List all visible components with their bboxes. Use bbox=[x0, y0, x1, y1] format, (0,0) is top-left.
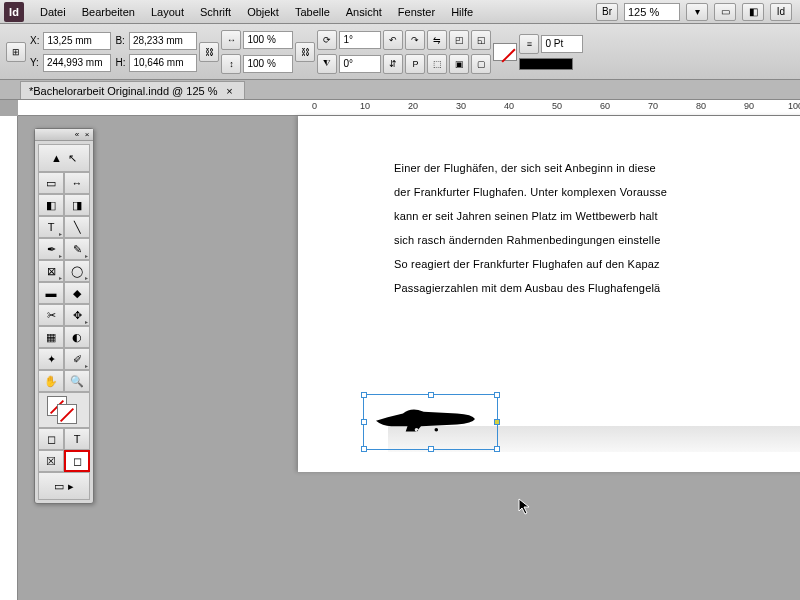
menu-bearbeiten[interactable]: Bearbeiten bbox=[74, 2, 143, 22]
constrain-proportions-icon[interactable]: ⛓ bbox=[199, 42, 219, 62]
resize-handle[interactable] bbox=[494, 392, 500, 398]
rotate-field[interactable] bbox=[339, 31, 381, 49]
selection-tool[interactable]: ▲↖ bbox=[38, 144, 90, 172]
scale-y-field[interactable] bbox=[243, 55, 293, 73]
gradient-feather-tool[interactable]: ◐ bbox=[64, 326, 90, 348]
tools-panel-header[interactable]: «× bbox=[35, 129, 93, 141]
zoom-tool[interactable]: 🔍 bbox=[64, 370, 90, 392]
screen-mode-toggle[interactable]: ▭ ▸ bbox=[38, 472, 90, 500]
resize-handle[interactable] bbox=[494, 419, 500, 425]
shear-icon: ⧨ bbox=[317, 54, 337, 74]
scale-x-field[interactable] bbox=[243, 31, 293, 49]
rotate-cw-icon[interactable]: ↷ bbox=[405, 30, 425, 50]
menu-fenster[interactable]: Fenster bbox=[390, 2, 443, 22]
polygon-tool[interactable]: ◆ bbox=[64, 282, 90, 304]
fill-stroke-swatch[interactable] bbox=[38, 392, 90, 428]
tools-panel[interactable]: «× ▲↖ ▭ ↔ ◧ ◨ T▸ ╲ ✒▸ ✎▸ ⊠▸ ◯▸ ▬ ◆ ✂ ✥▸ … bbox=[34, 128, 94, 504]
x-field[interactable] bbox=[43, 32, 111, 50]
collapse-icon[interactable]: « bbox=[73, 131, 81, 139]
resize-handle[interactable] bbox=[361, 419, 367, 425]
page-tool[interactable]: ▭ bbox=[38, 172, 64, 194]
paragraph-icon[interactable]: P bbox=[405, 54, 425, 74]
gap-tool[interactable]: ↔ bbox=[64, 172, 90, 194]
document-tab-title: *Bachelorarbeit Original.indd @ 125 % bbox=[29, 85, 218, 97]
select-container-icon[interactable]: ◰ bbox=[449, 30, 469, 50]
height-field[interactable] bbox=[129, 54, 197, 72]
resize-handle[interactable] bbox=[428, 392, 434, 398]
content-collector-tool[interactable]: ◧ bbox=[38, 194, 64, 216]
canvas[interactable]: Einer der Flughäfen, der sich seit Anbeg… bbox=[18, 116, 800, 600]
menu-datei[interactable]: Datei bbox=[32, 2, 74, 22]
align-icon[interactable]: ⬚ bbox=[427, 54, 447, 74]
close-icon[interactable]: × bbox=[224, 85, 236, 97]
eyedropper-tool[interactable]: ✐▸ bbox=[64, 348, 90, 370]
body-text: Einer der Flughäfen, der sich seit Anbeg… bbox=[394, 156, 800, 300]
pen-tool[interactable]: ✒▸ bbox=[38, 238, 64, 260]
stroke-weight-icon: ≡ bbox=[519, 34, 539, 54]
x-label: X: bbox=[28, 35, 41, 46]
scissors-tool[interactable]: ✂ bbox=[38, 304, 64, 326]
resize-handle[interactable] bbox=[428, 446, 434, 452]
content-placer-tool[interactable]: ◨ bbox=[64, 194, 90, 216]
arrange-icon[interactable]: ◧ bbox=[742, 3, 764, 21]
y-label: Y: bbox=[28, 57, 41, 68]
hand-tool[interactable]: ✋ bbox=[38, 370, 64, 392]
shear-field[interactable] bbox=[339, 55, 381, 73]
screen-mode-icon[interactable]: ▭ bbox=[714, 3, 736, 21]
resize-handle[interactable] bbox=[494, 446, 500, 452]
menu-ansicht[interactable]: Ansicht bbox=[338, 2, 390, 22]
scale-y-icon: ↕ bbox=[221, 54, 241, 74]
rectangle-tool[interactable]: ▬ bbox=[38, 282, 64, 304]
workspace-icon[interactable]: Id bbox=[770, 3, 792, 21]
apply-none-icon[interactable]: ☒ bbox=[38, 450, 64, 472]
stroke-style-dropdown[interactable] bbox=[519, 58, 573, 70]
fill-swatch[interactable] bbox=[493, 43, 517, 61]
h-label: H: bbox=[113, 57, 127, 68]
document-tab[interactable]: *Bachelorarbeit Original.indd @ 125 % × bbox=[20, 81, 245, 99]
rotate-ccw-icon[interactable]: ↶ bbox=[383, 30, 403, 50]
note-tool[interactable]: ✦ bbox=[38, 348, 64, 370]
scale-x-icon: ↔ bbox=[221, 30, 241, 50]
chevron-down-icon[interactable]: ▾ bbox=[686, 3, 708, 21]
flip-h-icon[interactable]: ⇋ bbox=[427, 30, 447, 50]
gradient-swatch-tool[interactable]: ▦ bbox=[38, 326, 64, 348]
resize-handle[interactable] bbox=[361, 446, 367, 452]
vertical-ruler bbox=[0, 116, 18, 600]
mouse-cursor bbox=[518, 498, 532, 516]
line-tool[interactable]: ╲ bbox=[64, 216, 90, 238]
menu-bar: Id Datei Bearbeiten Layout Schrift Objek… bbox=[0, 0, 800, 24]
close-icon[interactable]: × bbox=[83, 131, 91, 139]
free-transform-tool[interactable]: ✥▸ bbox=[64, 304, 90, 326]
reference-point-icon[interactable]: ⊞ bbox=[6, 42, 26, 62]
zoom-level-field[interactable]: 125 % bbox=[624, 3, 680, 21]
rotate-icon: ⟳ bbox=[317, 30, 337, 50]
app-logo: Id bbox=[4, 2, 24, 22]
bridge-button[interactable]: Br bbox=[596, 3, 618, 21]
formatting-container-icon[interactable]: ◻ bbox=[38, 428, 64, 450]
horizontal-ruler: 0 10 20 30 40 50 60 70 80 90 100 bbox=[18, 100, 800, 116]
formatting-text-icon[interactable]: T bbox=[64, 428, 90, 450]
pencil-tool[interactable]: ✎▸ bbox=[64, 238, 90, 260]
menu-hilfe[interactable]: Hilfe bbox=[443, 2, 481, 22]
selection-bounding-box[interactable] bbox=[363, 394, 498, 450]
menu-objekt[interactable]: Objekt bbox=[239, 2, 287, 22]
stroke-weight-field[interactable] bbox=[541, 35, 583, 53]
constrain-scale-icon[interactable]: ⛓ bbox=[295, 42, 315, 62]
w-label: B: bbox=[113, 35, 126, 46]
flip-v-icon[interactable]: ⇵ bbox=[383, 54, 403, 74]
menu-tabelle[interactable]: Tabelle bbox=[287, 2, 338, 22]
width-field[interactable] bbox=[129, 32, 197, 50]
document-tab-bar: *Bachelorarbeit Original.indd @ 125 % × bbox=[0, 80, 800, 100]
apply-color-icon[interactable]: ◻ bbox=[64, 450, 90, 472]
menu-schrift[interactable]: Schrift bbox=[192, 2, 239, 22]
select-content-icon[interactable]: ◱ bbox=[471, 30, 491, 50]
fit-content-icon[interactable]: ▣ bbox=[449, 54, 469, 74]
type-tool[interactable]: T▸ bbox=[38, 216, 64, 238]
ellipse-tool[interactable]: ◯▸ bbox=[64, 260, 90, 282]
resize-handle[interactable] bbox=[361, 392, 367, 398]
y-field[interactable] bbox=[43, 54, 111, 72]
fit-frame-icon[interactable]: ▢ bbox=[471, 54, 491, 74]
control-bar: ⊞ X: Y: B: H: ⛓ ↔ ↕ ⛓ ⟳ ⧨ ↶ ↷ ⇋ ⇵ P ⬚ ◰◱… bbox=[0, 24, 800, 80]
rectangle-frame-tool[interactable]: ⊠▸ bbox=[38, 260, 64, 282]
menu-layout[interactable]: Layout bbox=[143, 2, 192, 22]
